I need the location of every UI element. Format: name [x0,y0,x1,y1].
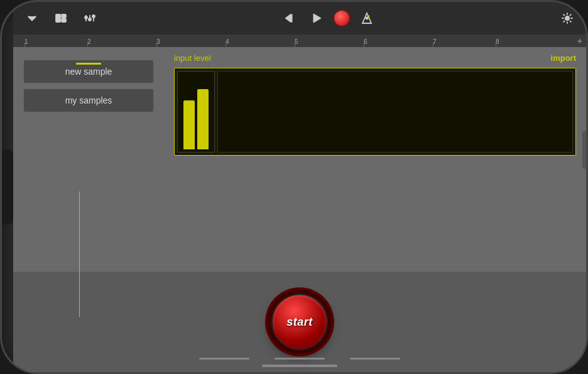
screen: 1 2 3 4 5 6 7 8 + ne [13,2,586,372]
waveform-display [217,71,573,152]
meter-bar-left [183,100,195,149]
svg-rect-2 [62,19,66,22]
record-button[interactable] [334,11,349,26]
svg-point-14 [366,18,368,19]
nav-line-2 [275,358,325,360]
phone-notch [2,149,13,225]
rewind-icon[interactable] [281,9,299,27]
svg-marker-11 [313,14,321,23]
toolbar-center [281,9,376,27]
start-button[interactable]: start [271,294,328,350]
callout-line-left [79,191,80,317]
meter-bar-right [197,89,209,149]
svg-point-7 [89,18,91,21]
phone-frame: 1 2 3 4 5 6 7 8 + ne [0,0,588,374]
settings-icon[interactable] [558,9,576,27]
import-button[interactable]: import [551,53,576,63]
dropdown-icon[interactable] [23,9,41,27]
play-icon[interactable] [308,9,325,27]
svg-point-15 [565,16,569,20]
svg-rect-0 [56,14,60,22]
bottom-navigation [51,358,548,360]
svg-marker-9 [285,14,290,22]
toolbar-left [23,9,99,27]
add-track-button[interactable]: + [577,36,582,46]
svg-rect-10 [290,14,292,22]
start-button-label: start [286,316,313,329]
toolbar [13,2,586,35]
ruler-marks: 1 2 3 4 5 6 7 8 [18,35,581,47]
panel-header: input level import [174,53,576,63]
nav-line-1 [199,358,249,360]
nav-line-3 [350,358,400,360]
new-sample-button[interactable]: new sample [23,60,154,83]
input-level-label: input level [174,53,211,63]
svg-point-8 [92,15,95,18]
toolbar-right [558,9,576,27]
layout-icon[interactable] [52,9,70,27]
svg-rect-1 [62,14,66,18]
side-button [582,131,586,169]
my-samples-button[interactable]: my samples [23,88,154,112]
bottom-area: start [13,272,586,372]
mixer-icon[interactable] [81,9,99,27]
metronome-icon[interactable] [358,9,376,27]
svg-point-6 [85,16,87,19]
level-meter [177,71,215,152]
home-indicator [262,365,337,367]
main-content: new sample my samples [13,47,586,372]
waveform-container [174,68,576,156]
timeline-ruler: 1 2 3 4 5 6 7 8 + [13,35,586,47]
